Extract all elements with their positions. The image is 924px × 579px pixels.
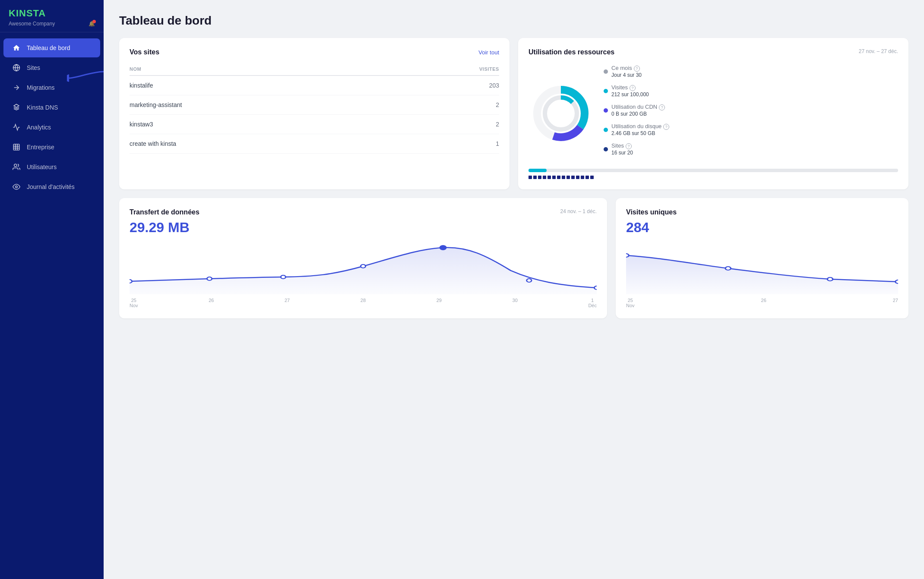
pixel-dot — [581, 176, 584, 179]
top-grid: Vos sites Voir tout NOM VISITES kinstali… — [119, 38, 908, 189]
pixel-dot — [557, 176, 560, 179]
site-name: marketing-assistant — [130, 95, 398, 115]
nav-label: Kinsta DNS — [27, 104, 58, 111]
visits-point — [827, 277, 833, 281]
sidebar-item-dashboard[interactable]: Tableau de bord — [3, 38, 100, 57]
legend-info: Ce mois? Jour 4 sur 30 — [611, 65, 642, 78]
x-label: 25Nov — [626, 298, 635, 308]
x-axis-labels: 25Nov26272829301Déc — [130, 298, 597, 308]
resources-title: Utilisation des ressources — [528, 48, 614, 56]
svg-point-7 — [14, 164, 17, 167]
sites-card-header: Vos sites Voir tout — [130, 48, 499, 56]
arrow-right-icon — [12, 83, 21, 92]
chart-point — [594, 286, 597, 290]
chart-point — [207, 277, 212, 280]
resources-header: Utilisation des ressources 27 nov. – 27 … — [528, 48, 898, 56]
transfer-date: 24 nov. – 1 déc. — [560, 208, 597, 214]
pixel-dot — [562, 176, 565, 179]
pixel-dot — [552, 176, 556, 179]
legend-item-sites: Sites? 16 sur 20 — [604, 142, 898, 156]
eye-icon — [12, 183, 21, 191]
table-row: create with kinsta 1 — [130, 134, 499, 154]
pixel-dot — [547, 176, 551, 179]
legend-dot — [604, 108, 608, 113]
visits-point — [896, 280, 898, 283]
chart-fill — [130, 248, 597, 294]
see-all-link[interactable]: Voir tout — [478, 49, 499, 56]
legend-label: Ce mois? — [611, 65, 642, 72]
site-visits: 203 — [398, 76, 499, 95]
nav-label: Tableau de bord — [27, 44, 70, 51]
x-label: 27 — [285, 298, 290, 308]
resources-date: 27 nov. – 27 déc. — [859, 48, 898, 54]
legend-item-cdn: Utilisation du CDN? 0 B sur 200 GB — [604, 104, 898, 117]
notification-bell[interactable]: 🔔 — [89, 21, 95, 27]
x-label: 26 — [209, 298, 214, 308]
home-icon — [12, 44, 21, 52]
legend-value: Jour 4 sur 30 — [611, 72, 642, 78]
nav-label: Utilisateurs — [27, 164, 57, 170]
notification-dot — [92, 20, 96, 23]
visits-fill — [626, 255, 898, 294]
transfer-title: Transfert de données — [130, 208, 199, 216]
legend-label: Sites? — [611, 142, 633, 149]
sites-table: NOM VISITES kinstalife 203 marketing-ass… — [130, 63, 499, 154]
chart-point — [130, 280, 132, 283]
x-label: 26 — [761, 298, 766, 308]
sidebar-item-migrations[interactable]: Migrations — [3, 78, 100, 97]
resources-content: Ce mois? Jour 4 sur 30 Visites? 212 sur … — [528, 65, 898, 162]
company-row: Awesome Company 🔔 — [9, 21, 95, 27]
sidebar-item-utilisateurs[interactable]: Utilisateurs — [3, 157, 100, 176]
nav-label: Sites — [27, 64, 40, 71]
sidebar-header: KINSTA Awesome Company 🔔 — [0, 0, 104, 32]
x-label: 1Déc — [588, 298, 597, 308]
chart-peak-point — [440, 245, 446, 250]
legend-info: Utilisation du CDN? 0 B sur 200 GB — [611, 104, 665, 117]
pixel-row — [528, 176, 898, 179]
chart-point — [281, 275, 285, 279]
sidebar-item-sites[interactable]: Sites — [3, 58, 100, 77]
sidebar-nav: Tableau de bord Sites Migrations Kinsta … — [0, 32, 104, 579]
sidebar-item-journal[interactable]: Journal d'activités — [3, 177, 100, 196]
dns-icon — [12, 103, 21, 112]
sidebar-item-entreprise[interactable]: Entreprise — [3, 138, 100, 157]
legend-dot — [604, 147, 608, 151]
donut-svg — [528, 81, 593, 146]
x-label: 28 — [361, 298, 366, 308]
chart-point — [527, 279, 532, 282]
sidebar: KINSTA Awesome Company 🔔 Tableau de bord… — [0, 0, 104, 579]
users-icon — [12, 163, 21, 171]
bottom-grid: Transfert de données 24 nov. – 1 déc. 29… — [119, 198, 908, 318]
chart-point — [361, 264, 365, 268]
visits-point — [725, 267, 731, 270]
x-label: 29 — [437, 298, 442, 308]
info-icon: ? — [630, 85, 636, 91]
info-icon: ? — [663, 124, 669, 130]
page-title: Tableau de bord — [119, 14, 908, 28]
x-label: 27 — [893, 298, 898, 308]
table-row: marketing-assistant 2 — [130, 95, 499, 115]
disk-progress-fill — [528, 169, 547, 172]
legend-label: Visites? — [611, 84, 649, 91]
nav-label: Entreprise — [27, 144, 54, 151]
resources-legend: Ce mois? Jour 4 sur 30 Visites? 212 sur … — [604, 65, 898, 162]
sites-card: Vos sites Voir tout NOM VISITES kinstali… — [119, 38, 509, 189]
info-icon: ? — [626, 143, 632, 149]
legend-info: Sites? 16 sur 20 — [611, 142, 633, 156]
table-row: kinstaw3 2 — [130, 115, 499, 134]
resources-card: Utilisation des ressources 27 nov. – 27 … — [518, 38, 908, 189]
pixel-dot — [566, 176, 570, 179]
legend-value: 0 B sur 200 GB — [611, 111, 665, 117]
visits-point — [626, 254, 629, 257]
legend-info: Visites? 212 sur 100,000 — [611, 84, 649, 98]
transfer-card: Transfert de données 24 nov. – 1 déc. 29… — [119, 198, 607, 318]
sidebar-item-analytics[interactable]: Analytics — [3, 118, 100, 137]
col-visits: VISITES — [398, 63, 499, 76]
sidebar-item-dns[interactable]: Kinsta DNS — [3, 98, 100, 117]
app-logo: KINSTA — [9, 8, 95, 19]
legend-value: 2.46 GB sur 50 GB — [611, 130, 669, 136]
visits-title: Visites uniques — [626, 208, 677, 216]
donut-chart — [528, 81, 593, 146]
nav-label: Migrations — [27, 84, 55, 91]
pixel-dot — [576, 176, 579, 179]
